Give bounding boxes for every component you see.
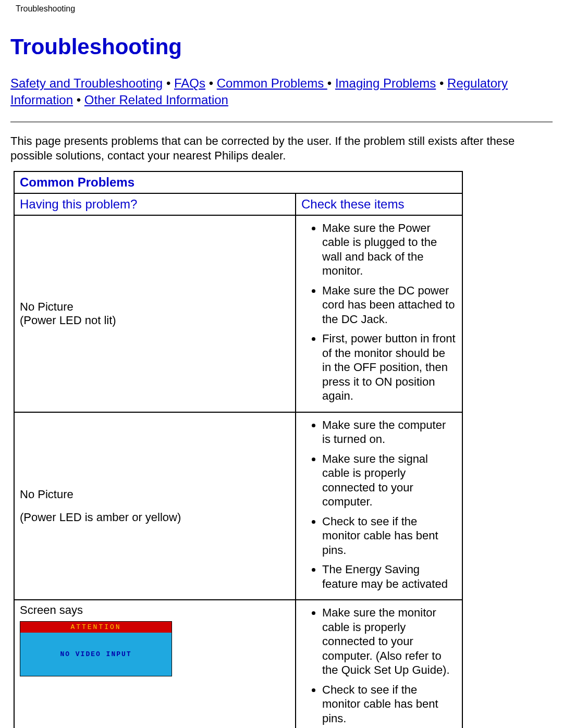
common-problems-table: Common Problems Having this problem? Che…	[14, 171, 463, 728]
table-row: No Picture (Power LED not lit) Make sure…	[14, 215, 462, 412]
check-item: Make sure the computer is turned on.	[322, 418, 457, 447]
page-title: Troubleshooting	[10, 34, 553, 59]
section-title: Common Problems	[20, 175, 134, 189]
check-cell: Make sure the computer is turned on. Mak…	[296, 412, 462, 600]
link-imaging-problems[interactable]: Imaging Problems	[335, 76, 436, 90]
divider	[10, 121, 553, 122]
problem-line: (Power LED is amber or yellow)	[20, 511, 290, 524]
section-title-cell: Common Problems	[14, 171, 462, 193]
check-item: Check to see if the monitor cable has be…	[322, 514, 457, 558]
problem-cell: No Picture (Power LED not lit)	[14, 215, 296, 412]
check-item: Make sure the Power cable is plugged to …	[322, 221, 457, 278]
check-cell: Make sure the Power cable is plugged to …	[296, 215, 462, 412]
nav-sep: •	[163, 76, 174, 90]
problem-line: Screen says	[20, 603, 290, 617]
check-item: Make sure the monitor cable is properly …	[322, 606, 457, 677]
nav-sep: •	[436, 76, 447, 90]
check-item: Make sure the signal cable is properly c…	[322, 452, 457, 509]
link-other-related-information[interactable]: Other Related Information	[84, 93, 228, 107]
table-row: No Picture (Power LED is amber or yellow…	[14, 412, 462, 600]
page-header-title: Troubleshooting	[0, 0, 563, 14]
problem-cell: No Picture (Power LED is amber or yellow…	[14, 412, 296, 600]
check-item: Make sure the DC power cord has been att…	[322, 283, 457, 327]
link-faqs[interactable]: FAQs	[174, 76, 205, 90]
check-item: First, power button in front of the moni…	[322, 331, 457, 403]
check-item: The Energy Saving feature may be activat…	[322, 562, 457, 591]
table-row: Screen says ATTENTION NO VIDEO INPUT Mak…	[14, 600, 462, 728]
problem-line: No Picture	[20, 300, 290, 314]
link-common-problems[interactable]: Common Problems	[217, 76, 327, 90]
nav-sep: •	[73, 93, 84, 107]
nav-sep: •	[327, 76, 335, 90]
check-cell: Make sure the monitor cable is properly …	[296, 600, 462, 728]
link-safety[interactable]: Safety and Troubleshooting	[10, 76, 163, 90]
attention-head: ATTENTION	[20, 622, 172, 633]
check-item: Check to see if the monitor cable has be…	[322, 683, 457, 726]
intro-text: This page presents problems that can be …	[10, 134, 553, 164]
nav-sep: •	[205, 76, 217, 90]
attention-box: ATTENTION NO VIDEO INPUT	[20, 621, 172, 676]
breadcrumb-nav: Safety and Troubleshooting • FAQs • Comm…	[10, 75, 553, 109]
column-header-problem: Having this problem?	[14, 193, 296, 215]
column-header-check: Check these items	[296, 193, 462, 215]
attention-body: NO VIDEO INPUT	[20, 633, 172, 676]
problem-line: No Picture	[20, 488, 290, 501]
problem-line: (Power LED not lit)	[20, 314, 290, 327]
problem-cell: Screen says ATTENTION NO VIDEO INPUT	[14, 600, 296, 728]
